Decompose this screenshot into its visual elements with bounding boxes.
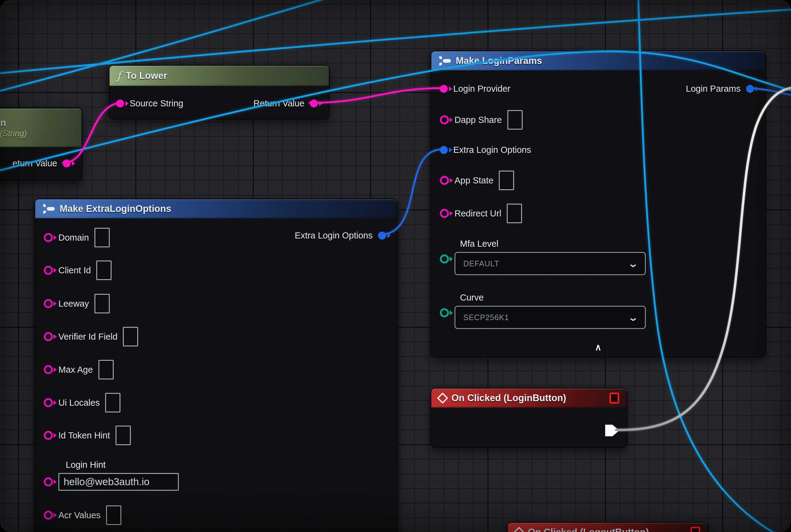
curve-label: Curve — [460, 292, 646, 303]
source-string-input-pin[interactable] — [116, 99, 124, 107]
return-value-output-pin[interactable] — [63, 159, 71, 167]
node-header: On Clicked (LogoutButton) — [508, 523, 708, 532]
pin-label-extra-login-options: Extra Login Options — [295, 230, 372, 241]
make-struct-icon — [439, 56, 451, 66]
node-header: On Clicked (LoginButton) — [431, 388, 626, 407]
domain-text-field[interactable] — [94, 228, 110, 247]
login-hint-text-field[interactable]: hello@web3auth.io — [58, 473, 179, 491]
node-header: Make LoginParams — [431, 51, 765, 70]
acr-values-input-pin[interactable] — [44, 511, 53, 520]
pin-label-domain: Domain — [58, 233, 89, 243]
id-token-hint-input-pin[interactable] — [44, 431, 53, 440]
node-title-fragment: tion — [0, 117, 6, 128]
extra-login-options-input-pin[interactable] — [440, 146, 448, 154]
node-title: Make LoginParams — [456, 55, 542, 66]
node-to-lower[interactable]: ƒ To Lower Source String Return Value — [109, 65, 330, 119]
dapp-share-text-field[interactable] — [507, 110, 523, 130]
node-make-login-params[interactable]: Make LoginParams Login Provider Login Pa… — [430, 51, 766, 357]
redirect-url-text-field[interactable] — [507, 204, 522, 223]
leeway-input-pin[interactable] — [44, 299, 53, 308]
node-truncated-text-function[interactable]: tion ox (String) eturn Value — [0, 108, 82, 181]
login-hint-input-pin[interactable] — [44, 477, 53, 487]
node-on-clicked-logout-button[interactable]: On Clicked (LogoutButton) — [507, 522, 709, 532]
login-hint-label: Login Hint — [66, 460, 179, 470]
mfa-level-value: DEFAULT — [463, 259, 499, 268]
redirect-url-input-pin[interactable] — [440, 209, 449, 218]
pin-label-redirect-url: Redirect Url — [455, 209, 501, 218]
pin-label-ui-locales: Ui Locales — [58, 398, 100, 408]
pin-label-dapp-share: Dapp Share — [455, 115, 502, 125]
extra-login-options-output-pin[interactable] — [378, 231, 386, 240]
node-subtitle-fragment: ox (String) — [0, 129, 27, 138]
node-make-extra-login-options[interactable]: Make ExtraLoginOptions Extra Login Optio… — [34, 198, 398, 532]
mfa-level-input-pin[interactable] — [440, 254, 449, 264]
node-on-clicked-login-button[interactable]: On Clicked (LoginButton) — [430, 388, 628, 448]
pin-label-source-string: Source String — [130, 98, 184, 109]
delegate-output-pin[interactable] — [610, 393, 619, 404]
curve-dropdown[interactable]: SECP256K1 ⌄ — [455, 306, 646, 329]
pin-label-return-value: Return Value — [253, 98, 304, 109]
node-title: Make ExtraLoginOptions — [60, 203, 171, 214]
pin-label-login-params: Login Params — [686, 84, 740, 94]
node-title: On Clicked (LogoutButton) — [528, 527, 649, 532]
verifier-id-field-text-field[interactable] — [123, 327, 138, 346]
ui-locales-input-pin[interactable] — [44, 398, 53, 407]
delegate-output-pin[interactable] — [691, 527, 700, 532]
node-header: Make ExtraLoginOptions — [35, 200, 397, 218]
function-icon: ƒ — [117, 70, 121, 82]
make-struct-icon — [42, 204, 55, 214]
mfa-level-label: Mfa Level — [460, 239, 646, 249]
pin-label-acr-values: Acr Values — [58, 510, 100, 520]
pin-label-login-provider: Login Provider — [453, 84, 510, 94]
max-age-input-pin[interactable] — [44, 365, 53, 374]
ui-locales-text-field[interactable] — [105, 393, 120, 413]
login-hint-block: Login Hint hello@web3auth.io — [44, 460, 179, 491]
pin-label-return-value: eturn Value — [13, 158, 57, 169]
blueprint-editor-screenshot: tion ox (String) eturn Value ƒ To Lower … — [0, 0, 791, 532]
curve-block: Curve SECP256K1 ⌄ — [440, 292, 646, 329]
client-id-input-pin[interactable] — [44, 266, 53, 275]
event-diamond-icon — [437, 393, 448, 404]
chevron-down-icon: ⌄ — [628, 312, 638, 323]
mfa-level-dropdown[interactable]: DEFAULT ⌄ — [455, 252, 646, 275]
pin-label-leeway: Leeway — [58, 299, 89, 309]
chevron-down-icon: ⌄ — [628, 258, 638, 269]
app-state-text-field[interactable] — [499, 171, 514, 190]
login-provider-input-pin[interactable] — [440, 85, 448, 93]
client-id-text-field[interactable] — [96, 261, 112, 280]
pin-label-id-token-hint: Id Token Hint — [58, 431, 110, 441]
return-value-output-pin[interactable] — [310, 99, 318, 107]
domain-input-pin[interactable] — [44, 233, 53, 242]
verifier-id-field-input-pin[interactable] — [44, 332, 53, 341]
id-token-hint-text-field[interactable] — [116, 425, 131, 445]
pin-label-verifier-id-field: Verifier Id Field — [58, 332, 117, 342]
collapse-node-button[interactable]: ∧ — [595, 342, 601, 353]
pin-label-max-age: Max Age — [58, 365, 93, 375]
leeway-text-field[interactable] — [94, 294, 110, 314]
exec-output-pin[interactable] — [605, 425, 619, 436]
max-age-text-field[interactable] — [98, 360, 114, 379]
curve-input-pin[interactable] — [440, 308, 449, 317]
node-title: To Lower — [126, 70, 167, 81]
app-state-input-pin[interactable] — [440, 176, 449, 185]
node-title: On Clicked (LoginButton) — [451, 393, 566, 404]
event-diamond-icon — [514, 527, 525, 532]
node-header: ƒ To Lower — [110, 66, 329, 86]
mfa-level-block: Mfa Level DEFAULT ⌄ — [440, 239, 646, 275]
pin-label-app-state: App State — [455, 175, 493, 186]
pin-label-extra-login-options: Extra Login Options — [453, 145, 531, 155]
login-params-output-pin[interactable] — [746, 85, 754, 93]
acr-values-text-field[interactable] — [106, 506, 121, 525]
node-header: tion ox (String) — [0, 109, 82, 147]
graph-canvas[interactable]: tion ox (String) eturn Value ƒ To Lower … — [0, 0, 791, 532]
curve-value: SECP256K1 — [463, 313, 509, 322]
pin-label-client-id: Client Id — [58, 265, 91, 276]
dapp-share-input-pin[interactable] — [440, 115, 449, 125]
